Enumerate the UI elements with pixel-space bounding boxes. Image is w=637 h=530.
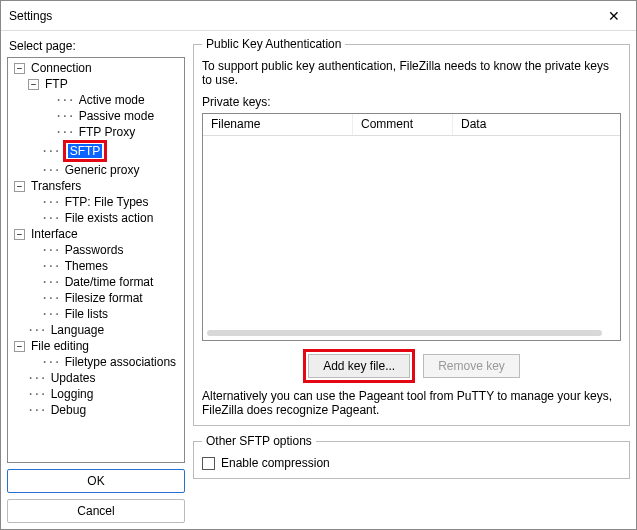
close-button[interactable]: ✕ (591, 1, 636, 31)
horizontal-scrollbar[interactable] (207, 330, 602, 336)
collapse-icon[interactable]: − (14, 181, 25, 192)
table-header: Filename Comment Data (203, 114, 620, 136)
close-icon: ✕ (608, 8, 620, 24)
tree-transfers[interactable]: − Transfers (12, 178, 184, 194)
col-data[interactable]: Data (453, 114, 620, 135)
tree-ftp[interactable]: − FTP (26, 76, 184, 92)
pka-description: To support public key authentication, Fi… (202, 59, 621, 87)
tree-passive-mode[interactable]: ···Passive mode (40, 108, 184, 124)
table-body (203, 136, 620, 326)
tree-debug[interactable]: ···Debug (12, 402, 184, 418)
annotation-highlight: Add key file... (303, 349, 415, 383)
tree-generic-proxy[interactable]: ···Generic proxy (26, 162, 184, 178)
settings-window: Settings ✕ Select page: − Connection (0, 0, 637, 530)
other-legend: Other SFTP options (202, 434, 316, 448)
tree-file-exists[interactable]: ···File exists action (26, 210, 184, 226)
tree-ftp-proxy[interactable]: ···FTP Proxy (40, 124, 184, 140)
tree-interface[interactable]: − Interface (12, 226, 184, 242)
collapse-icon[interactable]: − (14, 63, 25, 74)
tree-file-editing[interactable]: − File editing (12, 338, 184, 354)
private-keys-label: Private keys: (202, 95, 621, 109)
col-filename[interactable]: Filename (203, 114, 353, 135)
annotation-highlight: SFTP (63, 140, 108, 162)
right-panel: Public Key Authentication To support pub… (193, 37, 630, 523)
tree-sftp[interactable]: ··· SFTP (26, 140, 184, 162)
private-keys-table[interactable]: Filename Comment Data (202, 113, 621, 341)
dialog-body: Select page: − Connection − FTP (1, 31, 636, 529)
select-page-label: Select page: (9, 39, 185, 53)
tree-themes[interactable]: ···Themes (26, 258, 184, 274)
collapse-icon[interactable]: − (14, 341, 25, 352)
collapse-icon[interactable]: − (14, 229, 25, 240)
pageant-note: Alternatively you can use the Pageant to… (202, 389, 621, 417)
tree-file-types[interactable]: ···FTP: File Types (26, 194, 184, 210)
tree-language[interactable]: ···Language (12, 322, 184, 338)
tree-updates[interactable]: ···Updates (12, 370, 184, 386)
other-sftp-group: Other SFTP options Enable compression (193, 434, 630, 479)
col-comment[interactable]: Comment (353, 114, 453, 135)
titlebar: Settings ✕ (1, 1, 636, 31)
ok-button[interactable]: OK (7, 469, 185, 493)
tree-logging[interactable]: ···Logging (12, 386, 184, 402)
pka-legend: Public Key Authentication (202, 37, 345, 51)
remove-key-button: Remove key (423, 354, 520, 378)
tree-active-mode[interactable]: ···Active mode (40, 92, 184, 108)
page-tree[interactable]: − Connection − FTP ···Active mode (7, 57, 185, 463)
tree-datetime[interactable]: ···Date/time format (26, 274, 184, 290)
collapse-icon[interactable]: − (28, 79, 39, 90)
tree-filelists[interactable]: ···File lists (26, 306, 184, 322)
public-key-auth-group: Public Key Authentication To support pub… (193, 37, 630, 426)
add-key-file-button[interactable]: Add key file... (308, 354, 410, 378)
left-panel: Select page: − Connection − FTP (7, 37, 185, 523)
tree-filetype-assoc[interactable]: ···Filetype associations (26, 354, 184, 370)
tree-filesize[interactable]: ···Filesize format (26, 290, 184, 306)
enable-compression-checkbox[interactable] (202, 457, 215, 470)
window-title: Settings (9, 9, 52, 23)
tree-passwords[interactable]: ···Passwords (26, 242, 184, 258)
cancel-button[interactable]: Cancel (7, 499, 185, 523)
tree-connection[interactable]: − Connection (12, 60, 184, 76)
enable-compression-label: Enable compression (221, 456, 330, 470)
